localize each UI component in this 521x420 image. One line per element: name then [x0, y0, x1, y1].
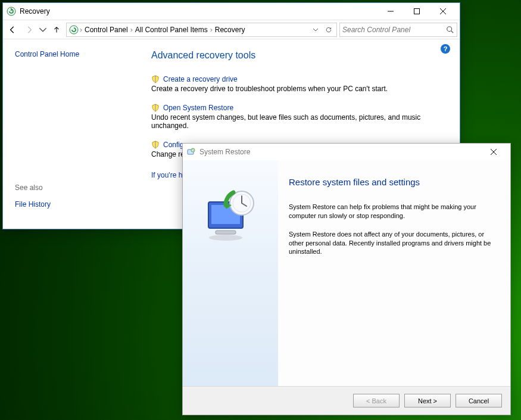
svg-point-9 — [209, 235, 242, 241]
restore-titlebar[interactable]: System Restore — [183, 144, 510, 160]
tool-desc-system-restore: Undo recent system changes, but leave fi… — [151, 113, 445, 130]
address-bar[interactable]: › Control Panel › All Control Panel Item… — [66, 23, 337, 37]
search-icon — [446, 26, 454, 34]
help-icon[interactable]: ? — [441, 44, 450, 54]
tool-link-recovery-drive[interactable]: Create a recovery drive — [163, 75, 238, 83]
recovery-app-icon — [7, 7, 16, 16]
svg-rect-1 — [414, 9, 420, 14]
restore-button-row: < Back Next > Cancel — [183, 386, 510, 415]
crumb-0[interactable]: Control Panel — [82, 26, 130, 34]
close-button[interactable] — [430, 3, 456, 20]
restore-para-2: System Restore does not affect any of yo… — [289, 230, 494, 257]
search-box[interactable] — [339, 23, 457, 37]
page-heading: Advanced recovery tools — [151, 50, 445, 61]
search-input[interactable] — [342, 26, 446, 34]
restore-graphic — [198, 182, 263, 247]
restore-para-1: System Restore can help fix problems tha… — [289, 203, 494, 220]
recovery-title: Recovery — [20, 7, 50, 15]
minimize-button[interactable] — [378, 3, 404, 20]
control-panel-home-link[interactable]: Control Panel Home — [15, 50, 125, 58]
svg-point-3 — [447, 26, 452, 31]
svg-rect-8 — [216, 231, 236, 234]
tool-create-recovery-drive: Create a recovery drive Create a recover… — [151, 75, 445, 93]
next-wizard-button[interactable]: Next > — [404, 394, 451, 407]
shield-icon — [151, 141, 160, 149]
shield-icon — [151, 75, 160, 83]
back-wizard-button[interactable]: < Back — [353, 394, 400, 407]
tool-link-system-restore[interactable]: Open System Restore — [163, 104, 233, 112]
file-history-link[interactable]: File History — [15, 200, 125, 209]
address-dropdown[interactable] — [309, 23, 322, 36]
see-also-label: See also — [15, 183, 125, 192]
restore-content: Restore system files and settings System… — [278, 160, 510, 386]
restore-graphic-pane — [183, 160, 278, 386]
crumb-1[interactable]: All Control Panel Items — [133, 26, 210, 34]
up-button[interactable] — [49, 23, 64, 37]
restore-title: System Restore — [199, 148, 250, 156]
tool-desc-recovery-drive: Create a recovery drive to troubleshoot … — [151, 85, 445, 93]
system-restore-dialog: System Restore Restore s — [182, 143, 511, 415]
refresh-button[interactable] — [322, 23, 335, 36]
recovery-path-icon — [69, 25, 79, 35]
forward-button[interactable] — [22, 23, 36, 37]
restore-app-icon — [186, 147, 196, 157]
recovery-titlebar[interactable]: Recovery — [3, 3, 460, 20]
recent-dropdown[interactable] — [39, 23, 47, 37]
shield-icon — [151, 104, 160, 112]
restore-close-button[interactable] — [481, 144, 507, 160]
restore-heading: Restore system files and settings — [289, 177, 494, 187]
back-button[interactable] — [5, 23, 20, 37]
nav-toolbar: › Control Panel › All Control Panel Item… — [3, 20, 460, 39]
tool-open-system-restore: Open System Restore Undo recent system c… — [151, 104, 445, 130]
cancel-wizard-button[interactable]: Cancel — [456, 394, 502, 407]
maximize-button[interactable] — [404, 3, 430, 20]
crumb-2[interactable]: Recovery — [213, 26, 248, 34]
svg-point-2 — [70, 26, 78, 34]
sidebar: Control Panel Home See also File History — [3, 39, 137, 229]
